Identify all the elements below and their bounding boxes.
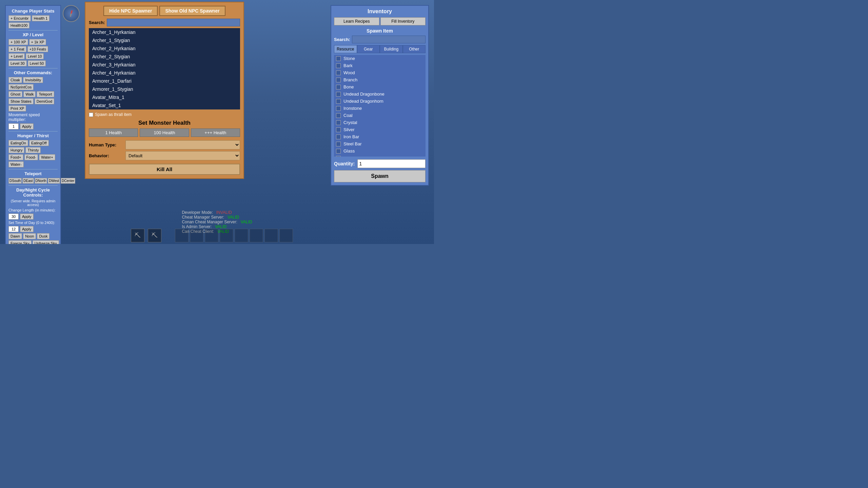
hungry-button[interactable]: Hungry	[8, 147, 24, 153]
list-item[interactable]: Armorer_1_Stygian	[89, 85, 240, 93]
health-plus-button[interactable]: +++ Health	[191, 128, 240, 137]
waterminus-button[interactable]: Water-	[8, 161, 24, 167]
list-item[interactable]: Armorer_1_Darfari	[89, 77, 240, 85]
encumbr-button[interactable]: + Encumbr	[8, 15, 31, 21]
movement-input[interactable]	[8, 123, 19, 129]
spawn-button[interactable]: Spawn	[334, 170, 426, 182]
list-item[interactable]: Archer_2_Stygian	[89, 53, 240, 61]
behavior-select[interactable]: Default	[125, 151, 240, 160]
spawn-thrall-checkbox[interactable]	[89, 113, 93, 117]
set-time-apply-button[interactable]: Apply	[20, 226, 34, 232]
demigod-button[interactable]: DemiGod	[35, 98, 54, 104]
thirsty-button[interactable]: Thirsty	[25, 147, 41, 153]
toolbar-slot-0[interactable]	[279, 229, 293, 242]
freeze-sky-button[interactable]: Freeze Sky	[8, 240, 32, 244]
plus100xp-button[interactable]: + 100 XP	[8, 39, 28, 45]
eatingon-button[interactable]: EatingOn	[8, 140, 28, 146]
toolbar-slot-2[interactable]: ⛏	[148, 229, 161, 242]
set-time-input[interactable]	[8, 226, 19, 232]
health1-button[interactable]: Health 1	[32, 15, 50, 21]
show-old-npc-spawner-button[interactable]: Show Old NPC Spawner	[159, 6, 225, 16]
list-item[interactable]: Bark	[334, 62, 426, 69]
list-item[interactable]: Undead Dragonbone	[334, 90, 426, 98]
toolbar-slot-1[interactable]: ⛏	[131, 229, 144, 242]
level30-button[interactable]: Level 30	[8, 60, 27, 66]
plus1feat-button[interactable]: + 1 Feat	[8, 46, 26, 52]
noon-button[interactable]: Noon	[23, 233, 36, 239]
tab-resource[interactable]: Resource	[334, 45, 357, 53]
list-item[interactable]: Bone	[334, 83, 426, 90]
list-item[interactable]: Undead Dragonhorn	[334, 98, 426, 105]
toolbar-slot-6[interactable]	[220, 229, 233, 242]
waterplus-button[interactable]: Water+	[39, 154, 55, 160]
list-item[interactable]: Archer_4_Hyrkanian	[89, 69, 240, 77]
dwest-button[interactable]: DWest	[48, 178, 60, 184]
pluslevel-button[interactable]: + Level	[8, 53, 25, 59]
printxp-button[interactable]: Print XP	[8, 105, 26, 111]
deast-button[interactable]: DEast	[22, 178, 34, 184]
invisibility-button[interactable]: Invisibility	[23, 77, 43, 83]
health100-button[interactable]: Health100	[8, 22, 29, 28]
showstates-button[interactable]: Show States	[8, 98, 34, 104]
level50-button[interactable]: Level 50	[28, 60, 46, 66]
plus10feats-button[interactable]: +10 Feats	[27, 46, 48, 52]
tab-gear[interactable]: Gear	[357, 45, 380, 53]
hide-npc-spawner-button[interactable]: Hide NPC Spawner	[103, 6, 158, 16]
kill-all-button[interactable]: Kill All	[89, 164, 240, 175]
npc-search-input[interactable]	[107, 19, 240, 26]
health-1-button[interactable]: 1 Health	[89, 128, 138, 137]
list-item[interactable]: Branch	[334, 76, 426, 83]
learn-recipes-button[interactable]: Learn Recipes	[334, 17, 379, 25]
list-item[interactable]: Iron Bar	[334, 133, 426, 140]
toolbar-slot-9[interactable]	[264, 229, 278, 242]
teleport-button[interactable]: Teleport	[37, 91, 54, 97]
list-item[interactable]: Silver	[334, 126, 426, 133]
dusk-button[interactable]: Dusk	[37, 233, 50, 239]
ghost-button[interactable]: Ghost	[8, 91, 22, 97]
foodplus-button[interactable]: Food+	[8, 154, 23, 160]
toolbar-slot-7[interactable]	[235, 229, 248, 242]
list-item[interactable]: Stone	[334, 55, 426, 62]
list-item[interactable]: Wood	[334, 69, 426, 76]
dcenter-button[interactable]: DCenter	[61, 178, 75, 184]
level10-button[interactable]: Level 10	[26, 53, 44, 59]
unfreeze-sky-button[interactable]: Unfreeze Sky	[33, 240, 59, 244]
toolbar-slot-8[interactable]	[250, 229, 263, 242]
toolbar-slot-5[interactable]	[205, 229, 218, 242]
list-item[interactable]: Archer_3_Hyrkanian	[89, 61, 240, 69]
toolbar-slot-4[interactable]	[190, 229, 203, 242]
toolbar-slot-3[interactable]	[175, 229, 189, 242]
foodminus-button[interactable]: Food-	[24, 154, 38, 160]
list-item[interactable]: Archer_1_Stygian	[89, 36, 240, 44]
xp-level-title: XP / Level	[8, 32, 58, 37]
tab-building[interactable]: Building	[380, 45, 403, 53]
list-item[interactable]: Archer_2_Hyrkanian	[89, 44, 240, 53]
list-item[interactable]: Crystal	[334, 119, 426, 126]
list-item[interactable]: Ironstone	[334, 105, 426, 112]
eatingoff-button[interactable]: EatingOff	[29, 140, 49, 146]
cloak-button[interactable]: Cloak	[8, 77, 22, 83]
list-item[interactable]: Plant Fiber	[334, 155, 426, 157]
health-100-button[interactable]: 100 Health	[140, 128, 189, 137]
dnorth-button[interactable]: DNorth	[35, 178, 47, 184]
list-item[interactable]: Glass	[334, 147, 426, 155]
list-item[interactable]: Steel Bar	[334, 140, 426, 147]
spawn-item-title: Spawn Item	[334, 28, 426, 34]
human-type-select[interactable]	[125, 140, 240, 149]
plus1kxp-button[interactable]: + 1k XP	[29, 39, 46, 45]
nosprintcos-button[interactable]: NoSprintCos	[8, 84, 34, 90]
fill-inventory-button[interactable]: Fill Inventory	[380, 17, 426, 25]
change-length-apply-button[interactable]: Apply	[20, 214, 34, 220]
inv-search-input[interactable]	[352, 36, 426, 43]
list-item[interactable]: Coal	[334, 112, 426, 119]
walk-button[interactable]: Walk	[23, 91, 36, 97]
change-length-input[interactable]	[8, 214, 19, 220]
list-item[interactable]: Avatar_Set_1	[89, 101, 240, 109]
dawn-button[interactable]: Dawn	[8, 233, 22, 239]
list-item[interactable]: Archer_1_Hyrkanian	[89, 28, 240, 36]
movement-apply-button[interactable]: Apply	[20, 123, 34, 129]
tab-other[interactable]: Other	[403, 45, 426, 53]
quantity-input[interactable]	[357, 159, 426, 168]
list-item[interactable]: Avatar_Mitra_1	[89, 93, 240, 101]
dsouth-button[interactable]: DSouth	[8, 178, 22, 184]
